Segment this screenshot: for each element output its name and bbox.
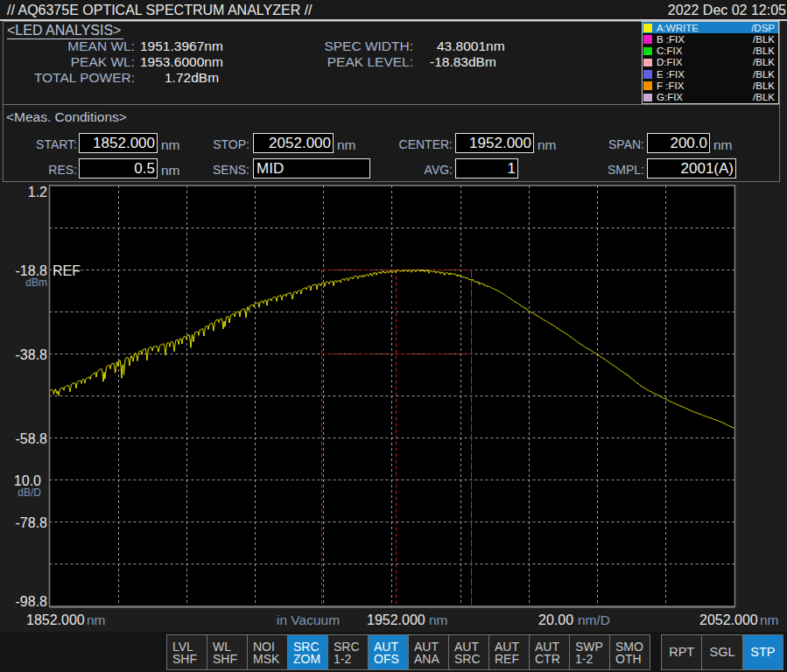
svg-text:in Vacuum: in Vacuum bbox=[277, 612, 340, 627]
svg-text:1.2: 1.2 bbox=[28, 185, 47, 200]
svg-text:1952.000: 1952.000 bbox=[367, 612, 425, 627]
svg-text:nm: nm bbox=[429, 612, 448, 627]
svg-text:20.00: 20.00 bbox=[538, 612, 573, 627]
svg-text:-98.8: -98.8 bbox=[16, 594, 48, 609]
svg-text:-58.8: -58.8 bbox=[16, 431, 48, 446]
svg-text:-78.8: -78.8 bbox=[16, 515, 48, 530]
svg-text:nm: nm bbox=[760, 612, 779, 627]
svg-text:nm/D: nm/D bbox=[578, 612, 610, 627]
svg-text:1852.000: 1852.000 bbox=[26, 612, 85, 627]
svg-text:REF: REF bbox=[53, 263, 81, 278]
svg-text:dB/D: dB/D bbox=[18, 486, 41, 499]
svg-text:2052.000: 2052.000 bbox=[699, 612, 758, 627]
svg-text:-38.8: -38.8 bbox=[16, 347, 48, 362]
svg-text:dBm: dBm bbox=[25, 276, 47, 289]
svg-text:nm: nm bbox=[87, 612, 106, 627]
